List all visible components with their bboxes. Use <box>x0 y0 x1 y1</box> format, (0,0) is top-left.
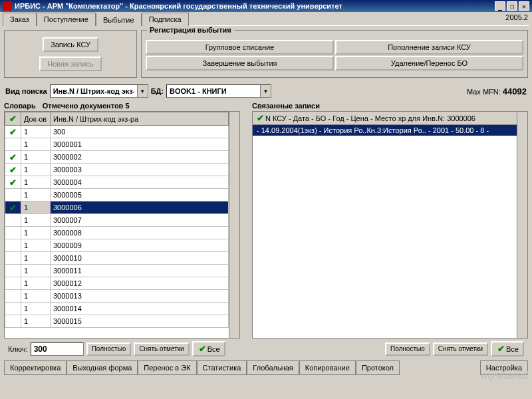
tab-1[interactable]: Поступление <box>37 13 96 26</box>
tab-2[interactable]: Выбытие <box>96 13 142 26</box>
check-icon: ✔ <box>255 113 265 123</box>
marked-count: Отмечено документов 5 <box>43 102 130 110</box>
minimize-button[interactable]: _ <box>495 1 505 11</box>
check-icon: ✔ <box>5 112 21 126</box>
db-combo[interactable]: ▼ <box>166 84 271 98</box>
table-row[interactable]: ✔1300 <box>5 126 229 138</box>
bottom-button-3[interactable]: Статистика <box>197 360 247 375</box>
all-button[interactable]: ✔Все <box>192 341 225 356</box>
table-row[interactable]: ✔13000004 <box>5 176 229 189</box>
table-row[interactable]: ✔13000003 <box>5 164 229 176</box>
bottom-button-6[interactable]: Протокол <box>356 360 400 375</box>
table-row[interactable]: 13000012 <box>5 277 229 290</box>
new-record-button[interactable]: Новая запись <box>39 57 101 71</box>
bottom-button-2[interactable]: Перенос в ЭК <box>138 360 196 375</box>
table-row[interactable]: 13000005 <box>5 189 229 201</box>
search-type-input[interactable] <box>51 85 137 97</box>
close-button[interactable]: ✕ <box>519 1 529 11</box>
table-row[interactable]: 13000015 <box>5 315 229 328</box>
clear-marks-button-right[interactable]: Снять отметки <box>433 342 488 356</box>
search-type-label: Вид поиска <box>5 87 47 95</box>
list-item[interactable]: - 14.09.2004(1экз) - История Ро..Кн.3:Ис… <box>253 125 517 136</box>
chevron-down-icon[interactable]: ▼ <box>260 85 271 97</box>
ksu-record-button[interactable]: Запись КСУ <box>43 37 98 52</box>
check-icon: ✔ <box>198 344 207 354</box>
search-row: Вид поиска ▼ БД: ▼ Max MFN: 44092 <box>0 82 532 100</box>
full-button[interactable]: Полностью <box>86 342 132 356</box>
bottom-button-1[interactable]: Выходная форма <box>66 360 138 375</box>
splitter[interactable] <box>244 100 248 359</box>
table-row[interactable]: ✔13000002 <box>5 151 229 164</box>
ksu-panel: Запись КСУ Новая запись <box>4 30 137 78</box>
settings-button[interactable]: Настройка <box>480 360 528 375</box>
table-row[interactable]: 13000010 <box>5 252 229 265</box>
table-row[interactable]: 13000009 <box>5 239 229 252</box>
db-label: БД: <box>151 87 164 95</box>
key-input[interactable] <box>31 342 84 356</box>
titlebar: ИРБИС - АРМ "Комплектатор" - Красноярски… <box>0 0 532 12</box>
scrollbar[interactable] <box>517 112 527 338</box>
dictionary-table: ✔Док-овИнв.N / Штрих-код экз-ра✔13001300… <box>4 111 240 338</box>
clear-marks-button[interactable]: Снять отметки <box>134 342 189 356</box>
table-row[interactable]: 13000001 <box>5 138 229 151</box>
linked-table: ✔ N КСУ - Дата - БО - Год - Цена - Место… <box>252 111 528 338</box>
scrollbar[interactable] <box>229 112 239 338</box>
chevron-down-icon[interactable]: ▼ <box>137 85 148 97</box>
bottom-button-4[interactable]: Глобальная <box>247 360 299 375</box>
reg-button-1[interactable]: Пополнение записи КСУ <box>335 40 523 55</box>
bottom-button-0[interactable]: Корректировка <box>4 360 66 375</box>
table-row[interactable]: 13000014 <box>5 303 229 315</box>
table-row[interactable]: 13000008 <box>5 227 229 239</box>
max-mfn: Max MFN: 44092 <box>467 86 527 96</box>
search-type-combo[interactable]: ▼ <box>50 84 148 98</box>
table-row[interactable]: 13000007 <box>5 214 229 227</box>
reg-button-3[interactable]: Удаление/Перенос БО <box>335 56 523 70</box>
app-icon <box>3 1 12 11</box>
version-label: 2005.2 <box>505 13 528 24</box>
table-row[interactable]: 13000011 <box>5 265 229 277</box>
reg-button-2[interactable]: Завершение выбытия <box>146 56 334 70</box>
full-button-right[interactable]: Полностью <box>385 342 430 356</box>
main-tabs: ЗаказПоступлениеВыбытиеПодписка <box>0 12 192 25</box>
registration-legend: Регистрация выбытия <box>147 26 234 34</box>
dictionary-title: Словарь <box>4 102 36 110</box>
table-row[interactable]: 13000013 <box>5 290 229 303</box>
linked-title: Связанные записи <box>252 102 320 110</box>
bottom-button-5[interactable]: Копирование <box>299 360 356 375</box>
tab-0[interactable]: Заказ <box>3 13 37 26</box>
key-label: Ключ: <box>8 345 28 353</box>
all-button-right[interactable]: ✔Все <box>491 341 524 356</box>
reg-button-0[interactable]: Групповое списание <box>146 40 334 55</box>
registration-panel: Регистрация выбытия Групповое списаниеПо… <box>141 30 528 78</box>
tab-3[interactable]: Подписка <box>142 13 189 26</box>
window-title: ИРБИС - АРМ "Комплектатор" - Красноярски… <box>15 2 342 10</box>
bottom-toolbar: КорректировкаВыходная формаПеренос в ЭКС… <box>0 359 532 376</box>
table-row[interactable]: ✔13000006 <box>5 201 229 214</box>
maximize-button[interactable]: ❐ <box>507 1 517 11</box>
linked-header: ✔ N КСУ - Дата - БО - Год - Цена - Место… <box>253 112 517 125</box>
check-icon: ✔ <box>496 344 506 354</box>
db-input[interactable] <box>167 85 260 97</box>
